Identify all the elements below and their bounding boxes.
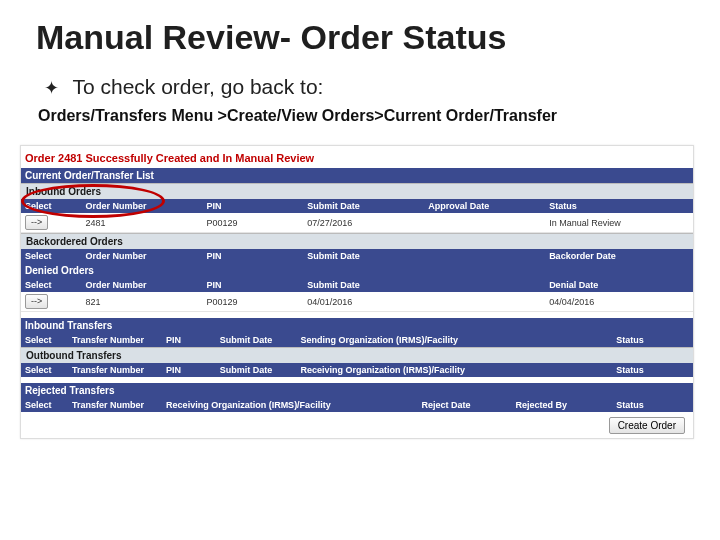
cell-submit-date: 07/27/2016 <box>303 213 424 233</box>
subsection-rejected-transfers: Rejected Transfers <box>21 383 693 398</box>
denied-orders-table: Select Order Number PIN Submit Date Deni… <box>21 278 693 312</box>
col-submit-date: Submit Date <box>216 333 297 347</box>
col-status: Status <box>612 333 693 347</box>
subsection-outbound-transfers: Outbound Transfers <box>21 347 693 363</box>
select-row-button[interactable]: --> <box>25 294 48 309</box>
col-submit-date: Submit Date <box>303 278 424 292</box>
subsection-inbound-transfers: Inbound Transfers <box>21 318 693 333</box>
col-receiving-org: Receiving Organization (IRMS)/Facility <box>296 363 612 377</box>
col-order-number: Order Number <box>81 278 202 292</box>
bullet-text: To check order, go back to: <box>72 75 323 98</box>
col-blank <box>424 249 545 263</box>
table-row: --> 2481 P00129 07/27/2016 In Manual Rev… <box>21 213 693 233</box>
col-order-number: Order Number <box>81 199 202 213</box>
col-transfer-number: Transfer Number <box>68 398 162 412</box>
cell-approval-date <box>424 213 545 233</box>
section-current-list: Current Order/Transfer List <box>21 168 693 183</box>
col-pin: PIN <box>162 363 216 377</box>
page-title: Manual Review- Order Status <box>36 18 690 57</box>
table-header-row: Select Transfer Number PIN Submit Date S… <box>21 333 693 347</box>
col-receiving-org: Receiving Organization (IRMS)/Facility <box>162 398 417 412</box>
subsection-denied-orders: Denied Orders <box>21 263 693 278</box>
col-order-number: Order Number <box>81 249 202 263</box>
table-header-row: Select Transfer Number PIN Submit Date R… <box>21 363 693 377</box>
cell-pin: P00129 <box>202 292 303 312</box>
cell-order-number: 2481 <box>81 213 202 233</box>
col-submit-date: Submit Date <box>303 199 424 213</box>
cell-denial-date: 04/04/2016 <box>545 292 693 312</box>
col-pin: PIN <box>202 199 303 213</box>
inbound-transfers-table: Select Transfer Number PIN Submit Date S… <box>21 333 693 347</box>
col-blank <box>424 278 545 292</box>
select-row-button[interactable]: --> <box>25 215 48 230</box>
status-message: Order 2481 Successfully Created and In M… <box>21 146 693 168</box>
col-pin: PIN <box>202 249 303 263</box>
col-select: Select <box>21 398 68 412</box>
col-reject-date: Reject Date <box>417 398 511 412</box>
cell-pin: P00129 <box>202 213 303 233</box>
col-submit-date: Submit Date <box>303 249 424 263</box>
table-row: --> 821 P00129 04/01/2016 04/04/2016 <box>21 292 693 312</box>
col-select: Select <box>21 363 68 377</box>
col-pin: PIN <box>162 333 216 347</box>
col-submit-date: Submit Date <box>216 363 297 377</box>
col-select: Select <box>21 199 81 213</box>
col-approval-date: Approval Date <box>424 199 545 213</box>
col-status: Status <box>545 199 693 213</box>
rejected-transfers-table: Select Transfer Number Receiving Organiz… <box>21 398 693 412</box>
app-screenshot: Order 2481 Successfully Created and In M… <box>20 145 694 439</box>
bullet-line: ✦ To check order, go back to: <box>44 75 690 99</box>
col-status: Status <box>612 363 693 377</box>
subsection-inbound-orders: Inbound Orders <box>21 183 693 199</box>
table-header-row: Select Order Number PIN Submit Date Deni… <box>21 278 693 292</box>
breadcrumb: Orders/Transfers Menu >Create/View Order… <box>38 105 690 127</box>
cell-order-number: 821 <box>81 292 202 312</box>
col-sending-org: Sending Organization (IRMS)/Facility <box>296 333 612 347</box>
col-rejected-by: Rejected By <box>512 398 613 412</box>
col-select: Select <box>21 249 81 263</box>
inbound-orders-table: Select Order Number PIN Submit Date Appr… <box>21 199 693 233</box>
col-transfer-number: Transfer Number <box>68 363 162 377</box>
col-transfer-number: Transfer Number <box>68 333 162 347</box>
outbound-transfers-table: Select Transfer Number PIN Submit Date R… <box>21 363 693 377</box>
col-select: Select <box>21 333 68 347</box>
col-pin: PIN <box>202 278 303 292</box>
create-order-button[interactable]: Create Order <box>609 417 685 434</box>
bullet-marker-icon: ✦ <box>44 77 59 99</box>
table-header-row: Select Transfer Number Receiving Organiz… <box>21 398 693 412</box>
table-header-row: Select Order Number PIN Submit Date Appr… <box>21 199 693 213</box>
backordered-table: Select Order Number PIN Submit Date Back… <box>21 249 693 263</box>
table-header-row: Select Order Number PIN Submit Date Back… <box>21 249 693 263</box>
cell-submit-date: 04/01/2016 <box>303 292 424 312</box>
col-select: Select <box>21 278 81 292</box>
col-denial-date: Denial Date <box>545 278 693 292</box>
cell-status: In Manual Review <box>545 213 693 233</box>
subsection-backordered: Backordered Orders <box>21 233 693 249</box>
col-status: Status <box>612 398 693 412</box>
col-backorder-date: Backorder Date <box>545 249 693 263</box>
